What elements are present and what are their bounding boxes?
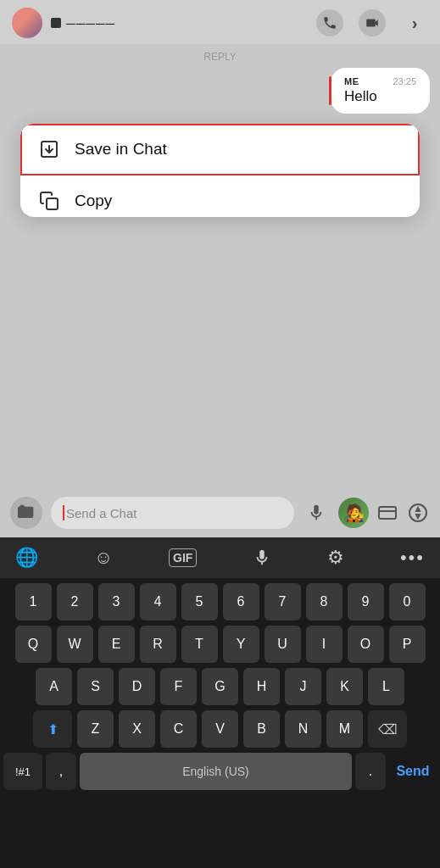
top-bar: ───── ›: [0, 0, 440, 44]
key-s[interactable]: S: [77, 668, 114, 705]
message-container: ME 23:25 Hello: [10, 68, 430, 114]
message-bubble: ME 23:25 Hello: [331, 68, 430, 114]
bottom-row: !#1 , English (US) . Send: [3, 753, 437, 790]
message-accent-bar: [329, 76, 331, 105]
keyboard: 🌐 ☺ GIF ⚙ ••• 1 2 3 4 5 6 7 8 9 0 Q W E: [0, 537, 440, 868]
bitmoji-button[interactable]: 🧑‍🎤: [338, 498, 369, 528]
key-6[interactable]: 6: [223, 583, 259, 620]
context-menu: Save in Chat Copy: [20, 124, 420, 217]
right-icons: 🧑‍🎤: [338, 498, 430, 528]
key-u[interactable]: U: [265, 626, 301, 663]
backspace-key[interactable]: ⌫: [368, 710, 407, 748]
send-key[interactable]: Send: [389, 753, 437, 790]
kb-mic-icon[interactable]: [253, 548, 271, 567]
chat-placeholder: Send a Chat: [66, 506, 136, 520]
rocket-button[interactable]: [406, 501, 430, 525]
space-key[interactable]: English (US): [80, 753, 352, 790]
reply-label: REPLY: [10, 51, 430, 63]
key-w[interactable]: W: [57, 626, 93, 663]
shift-key[interactable]: ⬆: [33, 710, 72, 748]
key-5[interactable]: 5: [181, 583, 218, 620]
camera-button[interactable]: [10, 497, 42, 529]
key-t[interactable]: T: [181, 626, 218, 663]
context-menu-item-save-in-chat[interactable]: Save in Chat: [20, 124, 420, 175]
key-x[interactable]: X: [119, 710, 155, 748]
key-0[interactable]: 0: [389, 583, 426, 620]
message-text: Hello: [344, 88, 416, 105]
key-f[interactable]: F: [160, 668, 197, 705]
top-bar-left: ─────: [12, 8, 115, 38]
message-time: 23:25: [393, 76, 416, 86]
top-bar-right: ›: [316, 9, 428, 36]
chat-input[interactable]: Send a Chat: [51, 497, 294, 529]
key-b[interactable]: B: [243, 710, 280, 748]
mic-button[interactable]: [303, 499, 330, 526]
asdf-row: A S D F G H J K L: [3, 668, 437, 705]
key-v[interactable]: V: [202, 710, 238, 748]
video-button[interactable]: [359, 9, 386, 36]
period-key[interactable]: .: [355, 753, 386, 790]
username-block: ─────: [51, 16, 115, 31]
key-8[interactable]: 8: [306, 583, 343, 620]
key-g[interactable]: G: [202, 668, 238, 705]
comma-key[interactable]: ,: [46, 753, 76, 790]
smiley-icon[interactable]: ☺: [94, 547, 113, 569]
username-text: ─────: [66, 16, 115, 31]
username-icon: [51, 18, 61, 28]
card-button[interactable]: [376, 501, 399, 525]
key-3[interactable]: 3: [98, 583, 135, 620]
message-meta: ME 23:25: [344, 76, 416, 86]
save-in-chat-icon: [37, 137, 61, 161]
key-q[interactable]: Q: [15, 626, 52, 663]
phone-button[interactable]: [316, 9, 343, 36]
key-n[interactable]: N: [285, 710, 321, 748]
input-bar: Send a Chat 🧑‍🎤: [0, 488, 440, 537]
emoji-icon[interactable]: 🌐: [15, 547, 38, 569]
key-i[interactable]: I: [306, 626, 343, 663]
key-e[interactable]: E: [98, 626, 135, 663]
keyboard-keys: 1 2 3 4 5 6 7 8 9 0 Q W E R T Y U I O P …: [0, 578, 440, 800]
settings-icon[interactable]: ⚙: [327, 547, 344, 569]
key-d[interactable]: D: [119, 668, 155, 705]
save-in-chat-label: Save in Chat: [75, 140, 167, 159]
key-7[interactable]: 7: [265, 583, 301, 620]
key-m[interactable]: M: [326, 710, 363, 748]
svg-rect-2: [47, 198, 58, 209]
key-l[interactable]: L: [368, 668, 404, 705]
sym-key[interactable]: !#1: [3, 753, 42, 790]
number-row: 1 2 3 4 5 6 7 8 9 0: [3, 583, 437, 620]
key-a[interactable]: A: [36, 668, 72, 705]
key-z[interactable]: Z: [77, 710, 114, 748]
svg-rect-8: [379, 507, 396, 519]
key-o[interactable]: O: [348, 626, 384, 663]
chat-area: REPLY ME 23:25 Hello Save in Chat: [0, 44, 440, 231]
key-1[interactable]: 1: [15, 583, 52, 620]
message-sender: ME: [344, 76, 359, 86]
gif-icon[interactable]: GIF: [169, 548, 197, 567]
more-icon[interactable]: •••: [400, 547, 425, 569]
key-p[interactable]: P: [389, 626, 426, 663]
cursor: [63, 505, 64, 520]
key-j[interactable]: J: [285, 668, 321, 705]
key-r[interactable]: R: [140, 626, 176, 663]
key-k[interactable]: K: [326, 668, 363, 705]
context-menu-item-copy[interactable]: Copy: [20, 175, 420, 217]
key-y[interactable]: Y: [223, 626, 259, 663]
copy-label: Copy: [75, 192, 112, 210]
chevron-button[interactable]: ›: [401, 9, 428, 36]
key-4[interactable]: 4: [140, 583, 176, 620]
avatar[interactable]: [12, 8, 42, 38]
key-2[interactable]: 2: [57, 583, 93, 620]
key-c[interactable]: C: [160, 710, 197, 748]
chevron-icon: ›: [412, 14, 418, 33]
copy-icon: [37, 189, 61, 213]
zxcv-row: ⬆ Z X C V B N M ⌫: [3, 710, 437, 748]
qwerty-row: Q W E R T Y U I O P: [3, 626, 437, 663]
key-9[interactable]: 9: [348, 583, 384, 620]
key-h[interactable]: H: [243, 668, 280, 705]
keyboard-toolbar: 🌐 ☺ GIF ⚙ •••: [0, 537, 440, 578]
